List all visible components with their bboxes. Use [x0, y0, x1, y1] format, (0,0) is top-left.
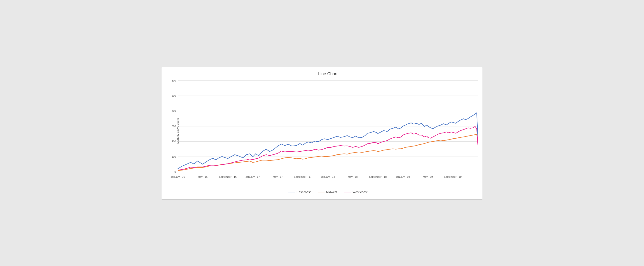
- legend-label-east-coast: East coast: [296, 190, 311, 194]
- svg-text:January - 19: January - 19: [396, 175, 410, 178]
- svg-text:600: 600: [172, 79, 176, 82]
- east-coast-line: [178, 113, 478, 169]
- west-coast-line: [178, 126, 478, 170]
- chart-legend: East coast Midwest West coast: [288, 190, 368, 194]
- svg-text:September - 17: September - 17: [294, 175, 312, 178]
- svg-text:May - 19: May - 19: [423, 175, 433, 178]
- legend-item-east-coast: East coast: [288, 190, 311, 194]
- legend-line-midwest: [318, 192, 324, 192]
- svg-text:May - 16: May - 16: [198, 175, 208, 178]
- svg-text:January - 16: January - 16: [170, 175, 185, 178]
- svg-text:January - 17: January - 17: [246, 175, 260, 178]
- chart-area: Monthly active users .grid-line { stroke…: [178, 79, 478, 183]
- chart-container: Line Chart Monthly active users .grid-li…: [161, 66, 483, 200]
- y-axis-label: Monthly active users: [176, 118, 180, 144]
- svg-text:200: 200: [172, 140, 176, 143]
- svg-text:May - 17: May - 17: [273, 175, 283, 178]
- svg-text:0: 0: [174, 170, 176, 173]
- legend-label-midwest: Midwest: [326, 190, 337, 194]
- svg-text:500: 500: [172, 94, 176, 97]
- svg-text:300: 300: [172, 125, 176, 128]
- legend-line-west-coast: [344, 192, 351, 192]
- svg-text:100: 100: [172, 155, 176, 158]
- svg-text:September - 16: September - 16: [219, 175, 237, 178]
- legend-item-west-coast: West coast: [344, 190, 368, 194]
- legend-item-midwest: Midwest: [318, 190, 337, 194]
- svg-text:May - 18: May - 18: [348, 175, 358, 178]
- legend-line-east-coast: [288, 192, 295, 192]
- svg-text:January - 18: January - 18: [320, 175, 335, 178]
- chart-svg: .grid-line { stroke: #e0e0e0; stroke-wid…: [178, 79, 478, 183]
- svg-text:September - 19: September - 19: [444, 175, 462, 178]
- svg-text:400: 400: [172, 110, 176, 112]
- svg-text:September - 18: September - 18: [369, 175, 387, 178]
- legend-label-west-coast: West coast: [352, 190, 368, 194]
- chart-title: Line Chart: [178, 72, 478, 76]
